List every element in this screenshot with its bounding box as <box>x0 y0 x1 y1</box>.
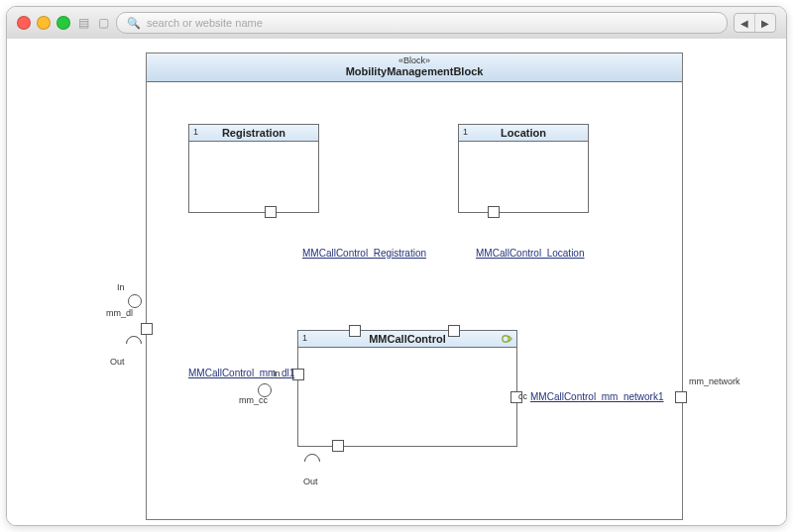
block-mmcallcontrol-header: 1 MMCallControl <box>298 331 516 348</box>
port-label-mm-network: mm_network <box>689 376 740 386</box>
port-label-mm-dl: mm_dl <box>106 308 133 318</box>
connector-label-location[interactable]: MMCallControl_Location <box>476 248 585 259</box>
inout-label-out-2: Out <box>303 477 318 486</box>
port-frame-mm-dl[interactable] <box>141 323 153 335</box>
port-mmcallcontrol-bottom[interactable] <box>332 440 344 452</box>
window-minimize-button[interactable] <box>37 16 51 30</box>
diagram-header: «Block» MobilityManagementBlock <box>147 53 682 82</box>
provided-interface-mm-dl <box>128 294 142 308</box>
port-mmcallcontrol-top-left[interactable] <box>349 325 361 337</box>
address-bar[interactable]: 🔍 search or website name <box>116 12 728 34</box>
connector-label-mm-network1[interactable]: MMCallControl_mm_network1 <box>530 391 663 402</box>
sidebar-icon[interactable]: ▤ <box>76 16 90 30</box>
mmcallcontrol-multiplicity: 1 <box>302 333 307 343</box>
location-label: Location <box>501 127 546 139</box>
inout-label-out-1: Out <box>110 357 125 367</box>
browser-window: ▤ ▢ 🔍 search or website name ◀ ▶ <box>6 6 787 526</box>
block-registration[interactable]: 1 Registration <box>188 124 319 213</box>
port-registration-bottom[interactable] <box>265 206 277 218</box>
inout-label-in-1: In <box>117 282 125 292</box>
location-multiplicity: 1 <box>463 127 468 137</box>
back-button[interactable]: ◀ <box>735 14 754 32</box>
block-location[interactable]: 1 Location <box>458 124 589 213</box>
port-label-mm-cc: mm_cc <box>239 395 268 405</box>
window-close-button[interactable] <box>17 16 31 30</box>
required-interface-mm-dl <box>123 333 146 356</box>
browser-toolbar: ▤ ▢ 🔍 search or website name ◀ ▶ <box>7 7 786 40</box>
connector-label-registration[interactable]: MMCallControl_Registration <box>302 248 426 259</box>
nav-buttons: ◀ ▶ <box>734 13 776 33</box>
port-label-cc: cc <box>518 391 527 401</box>
port-frame-mm-network[interactable] <box>675 391 687 403</box>
diagram-title: MobilityManagementBlock <box>147 65 682 77</box>
inout-label-in-2: In <box>273 369 281 378</box>
window-zoom-button[interactable] <box>57 16 70 30</box>
block-mmcallcontrol[interactable]: 1 MMCallControl <box>297 330 517 447</box>
realized-interface-icon <box>501 334 512 344</box>
svg-point-0 <box>503 336 509 342</box>
address-placeholder: search or website name <box>147 17 263 29</box>
forward-button[interactable]: ▶ <box>754 14 775 32</box>
search-icon: 🔍 <box>127 17 141 30</box>
port-mmcallcontrol-top-right[interactable] <box>448 325 460 337</box>
diagram-frame: «Block» MobilityManagementBlock <box>146 53 683 520</box>
tabs-icon[interactable]: ▢ <box>96 16 110 30</box>
registration-multiplicity: 1 <box>193 127 198 137</box>
diagram-stereotype: «Block» <box>147 55 682 65</box>
block-registration-header: 1 Registration <box>189 125 318 142</box>
registration-label: Registration <box>222 127 285 139</box>
block-location-header: 1 Location <box>459 125 588 142</box>
diagram-stage: «Block» MobilityManagementBlock 1 Regist… <box>7 39 786 525</box>
port-location-bottom[interactable] <box>488 206 500 218</box>
mmcallcontrol-label: MMCallControl <box>369 333 446 345</box>
